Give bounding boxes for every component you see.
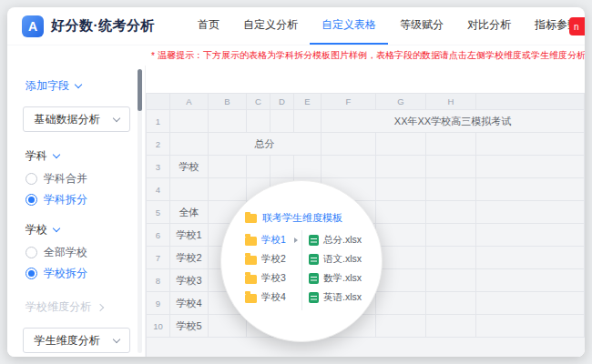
subject-group-label[interactable]: 学科 xyxy=(7,148,145,164)
grid-cell xyxy=(209,178,247,201)
grid-cell xyxy=(209,156,247,178)
nav-item[interactable]: 对比分析 xyxy=(455,7,523,45)
grid-cell xyxy=(376,156,426,178)
grid-cell: 学校1 xyxy=(170,224,209,247)
grid-cell xyxy=(294,110,322,133)
grid-cell xyxy=(376,201,426,224)
folder-label: 学校1 xyxy=(261,234,286,247)
add-field-label: 添加字段 xyxy=(26,78,69,94)
column-header-G: G xyxy=(376,94,426,110)
column-header-D: D xyxy=(270,94,294,110)
radio-selected-icon[interactable] xyxy=(26,268,37,279)
grid-header: ABCDEFGH xyxy=(147,94,585,110)
magnifier-file-item: 总分.xlsx xyxy=(309,233,362,248)
folder-label: 学校4 xyxy=(261,291,286,304)
grid-cell xyxy=(476,178,585,201)
magnifier-root: 联考学生维度模板 xyxy=(245,211,342,225)
hint-bar: * 温馨提示：下方展示的表格为学科拆分模板图片样例，表格字段的数据请点击左侧学校… xyxy=(7,46,585,66)
sidebar-scrollbar[interactable] xyxy=(138,69,142,353)
column-header-A: A xyxy=(170,94,209,110)
nav-item[interactable]: 等级赋分 xyxy=(388,7,455,45)
grid-cell xyxy=(376,224,426,247)
row-header: 2 xyxy=(147,133,170,156)
magnifier-folder-item: 学校4 xyxy=(245,290,298,305)
grid-cell xyxy=(476,315,585,338)
radio-selected-icon[interactable] xyxy=(26,194,37,206)
student-dim-button[interactable]: 学生维度分析 xyxy=(23,328,130,353)
scrollbar-thumb[interactable] xyxy=(138,69,142,111)
school-dim-label: 学校维度分析 xyxy=(26,299,91,315)
grid-cell xyxy=(247,110,270,133)
nav-item[interactable]: 自定义表格 xyxy=(310,7,388,45)
navbar: A 好分数·统考分析 首页自定义分析自定义表格等级赋分对比分析指标参数设置 n xyxy=(7,7,585,46)
grid-cell: 学校4 xyxy=(170,292,209,315)
grid-cell xyxy=(376,178,426,201)
radio-subject-split[interactable]: 学科拆分 xyxy=(7,193,145,206)
grid-row: 2总分 xyxy=(147,133,585,156)
grid-cell: 全体 xyxy=(170,201,209,224)
radio-label: 学校拆分 xyxy=(44,266,87,281)
add-field-link[interactable]: 添加字段 xyxy=(7,75,145,97)
folder-label: 学校3 xyxy=(261,272,286,285)
grid-cell xyxy=(170,133,209,156)
grid-cell xyxy=(294,156,322,178)
magnifier-folder-item: 学校2 xyxy=(245,252,298,267)
grid-cell xyxy=(426,315,476,338)
grid-cell xyxy=(476,247,585,269)
arrow-right-icon xyxy=(294,238,298,243)
student-dim-label: 学生维度分析 xyxy=(35,333,100,349)
basic-analysis-button[interactable]: 基础数据分析 xyxy=(23,106,130,132)
magnifier-folder-item: 学校3 xyxy=(245,271,298,286)
folder-label: 学校2 xyxy=(261,253,286,266)
excel-file-icon xyxy=(309,235,319,246)
row-header: 6 xyxy=(147,224,170,247)
radio-school-split[interactable]: 学校拆分 xyxy=(7,267,145,279)
grid-cell xyxy=(426,224,476,247)
row-header: 3 xyxy=(147,156,170,178)
radio-label: 全部学校 xyxy=(44,245,87,260)
radio-icon[interactable] xyxy=(26,173,37,185)
row-header: 5 xyxy=(147,201,170,224)
total-score-cell: 总分 xyxy=(209,133,322,156)
column-header-H: H xyxy=(426,94,476,110)
grid-cell: 学校 xyxy=(170,156,209,178)
grid-cell xyxy=(426,292,476,315)
row-header: 9 xyxy=(147,292,170,315)
grid-row: 1XX年XX学校高三模拟考试 xyxy=(147,110,585,133)
grid-cell xyxy=(209,110,247,133)
magnifier-file-item: 语文.xlsx xyxy=(309,252,362,267)
grid-cell xyxy=(476,292,585,315)
nav-item[interactable]: 首页 xyxy=(186,7,231,45)
app-title: 好分数·统考分析 xyxy=(51,17,155,35)
grid-cell: 学校2 xyxy=(170,247,209,269)
grid-cell xyxy=(426,178,476,201)
chevron-down-icon xyxy=(112,114,119,121)
chevron-down-icon xyxy=(112,335,119,342)
grid-cell xyxy=(376,315,426,338)
magnifier-file-item: 英语.xlsx xyxy=(309,290,362,305)
row-header: 7 xyxy=(147,247,170,269)
school-group-label[interactable]: 学校 xyxy=(7,222,145,238)
notification-badge[interactable]: n xyxy=(569,17,585,35)
grid-cell xyxy=(322,133,376,156)
row-header: 1 xyxy=(147,110,170,133)
grid-cell xyxy=(426,133,476,156)
radio-icon[interactable] xyxy=(26,247,37,258)
column-header-B: B xyxy=(209,94,247,110)
grid-cell xyxy=(209,315,247,338)
nav-item[interactable]: 自定义分析 xyxy=(231,7,310,45)
school-dim-link[interactable]: 学校维度分析 xyxy=(7,299,145,315)
chevron-down-icon xyxy=(53,225,60,232)
grid-cell xyxy=(247,156,270,178)
grid-cell xyxy=(476,156,585,178)
column-header-C: C xyxy=(247,94,270,110)
magnifier-divider xyxy=(301,230,302,310)
grid-cell xyxy=(270,110,294,133)
grid-cell xyxy=(376,133,426,156)
radio-subject-merge[interactable]: 学科合并 xyxy=(7,172,145,185)
grid-row: 3学校 xyxy=(147,156,585,178)
grid-corner xyxy=(147,94,170,110)
basic-analysis-label: 基础数据分析 xyxy=(35,112,100,127)
folder-icon xyxy=(245,214,257,223)
radio-school-all[interactable]: 全部学校 xyxy=(7,246,145,258)
